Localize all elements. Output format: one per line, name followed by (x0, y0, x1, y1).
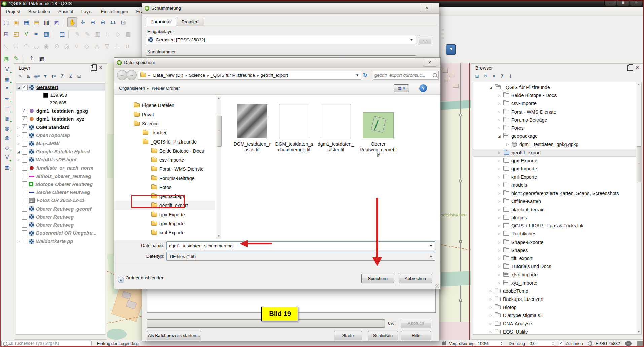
pan-to-selection-icon[interactable]: ✛ (78, 18, 87, 27)
new-vector-layer-icon[interactable]: V + (2, 65, 12, 74)
expander-icon[interactable] (497, 200, 501, 203)
close-panel-icon[interactable]: ✕ (635, 65, 640, 70)
add-virtual-layer-icon[interactable]: ▦ + (2, 162, 12, 172)
new-folder-button[interactable]: Neuer Ordner (152, 86, 180, 91)
layer-visibility-checkbox[interactable] (22, 116, 27, 122)
layer-item[interactable]: Oberer Reutweg (16, 221, 105, 229)
add-delimited-text-icon[interactable]: ❞ + (2, 84, 12, 94)
expander-icon[interactable] (489, 86, 493, 89)
browser-item[interactable]: Offline-Karten (473, 197, 636, 206)
expander-icon[interactable] (497, 118, 501, 122)
lock-scale-icon[interactable] (442, 342, 446, 345)
layer-item[interactable]: Oberer Reutweg_georef (16, 204, 105, 213)
crs-globe-icon[interactable] (588, 341, 593, 346)
folder-tree-item[interactable]: _kartier (114, 128, 215, 137)
render-checkbox[interactable] (559, 341, 564, 346)
layer-visibility-checkbox[interactable] (22, 181, 27, 187)
tab-protokoll[interactable]: Protokoll (177, 18, 204, 26)
close-dialog-icon[interactable]: ✕ (423, 59, 436, 67)
expander-icon[interactable] (497, 167, 501, 170)
layer-item[interactable]: dgm1_testdaten_gpkg (16, 107, 105, 115)
back-button[interactable]: ← (117, 70, 127, 80)
cancel-button[interactable]: Abbrechen (399, 274, 432, 283)
layout-manager-icon[interactable]: ▥ (42, 18, 51, 27)
expander-icon[interactable] (497, 192, 501, 195)
new-project-icon[interactable]: ▢ (1, 18, 11, 27)
layer-visibility-checkbox[interactable] (22, 198, 27, 203)
run-button[interactable]: Starte (334, 331, 362, 340)
select-features-icon[interactable]: ◫ (57, 29, 67, 39)
circle2-icon[interactable]: ⊙ (52, 41, 61, 51)
browser-item[interactable]: Tutorials und Docs (473, 262, 636, 271)
toolbar-separator[interactable] (68, 30, 71, 38)
add-wfs-icon[interactable]: ◇ + (2, 143, 12, 153)
expander-icon[interactable] (497, 134, 501, 138)
browser-item[interactable]: Backups, Lizenzen (473, 295, 636, 303)
new-geopackage-icon[interactable]: ✒ (32, 29, 41, 39)
expander-icon[interactable] (489, 322, 493, 325)
expander-icon[interactable] (16, 150, 21, 154)
views-button[interactable]: ▦ ▾ (394, 84, 409, 92)
pan-map-icon[interactable]: ✋ (67, 17, 77, 27)
float-panel-icon[interactable] (91, 65, 97, 71)
expander-icon[interactable] (497, 249, 501, 252)
browser-item[interactable]: gpx-Importe (473, 165, 636, 173)
browser-item[interactable]: nicht georeferenzierte Karten, Scans, Sc… (473, 189, 636, 197)
add-spatialite-icon[interactable]: ◫ + (2, 104, 12, 114)
scrollbar-thumb[interactable] (637, 146, 642, 182)
expander-icon[interactable] (497, 208, 501, 211)
save-project-icon[interactable]: ▦ (22, 18, 31, 27)
breadcrumb-item[interactable]: Science (188, 73, 210, 78)
spinner-icon[interactable]: ▲▼ (500, 341, 502, 345)
browser-item[interactable]: xlsx-Importe (473, 271, 636, 279)
help-contents-icon[interactable]: ? (446, 44, 456, 55)
close-button[interactable]: ✕ (630, 0, 642, 6)
layer-item[interactable]: fundliste_or_nach_norm (16, 164, 105, 172)
close-panel-icon[interactable]: ✕ (98, 65, 103, 70)
map-annotation-icon[interactable]: ✎ (11, 54, 21, 63)
collapse-all-icon[interactable]: ⊻ (68, 73, 74, 79)
expander-icon[interactable] (16, 142, 21, 145)
style-manager-icon[interactable]: ◩ (52, 18, 61, 27)
menu-item[interactable]: Layer (77, 8, 97, 15)
browser-item[interactable]: Shape-Exporte (473, 238, 636, 246)
rotation-value-input[interactable]: 0,0 ° ▲▼ (528, 341, 555, 346)
polygon-icon[interactable]: ◇ (82, 41, 92, 51)
resize-grip[interactable] (435, 284, 439, 288)
toolbar-separator[interactable] (63, 18, 66, 27)
layer-item[interactable]: OpenTopoMap (16, 131, 105, 139)
browser-item[interactable]: xyz_importe (473, 279, 636, 287)
layer-visibility-checkbox[interactable] (22, 173, 27, 179)
new-shapefile-icon[interactable]: V (22, 29, 31, 39)
folder-tree-item[interactable]: gpx-Importe (114, 219, 215, 228)
layer-visibility-checkbox[interactable] (22, 157, 27, 163)
breadcrumb-item[interactable]: _QGIS für Pilzfreunde (210, 73, 260, 78)
folder-tree-item[interactable]: gpx-Exporte (114, 210, 215, 219)
ellipse-icon[interactable]: ◎ (62, 41, 71, 51)
layer-item[interactable]: dgm1_testdaten_xyz (16, 115, 105, 123)
browser-item[interactable]: → QGIS + LIDAR - tipps & Tricks.lnk (473, 222, 636, 230)
import-photos-icon[interactable]: ↥ (27, 54, 36, 63)
layer-visibility-checkbox[interactable] (22, 132, 27, 138)
expander-icon[interactable] (489, 297, 493, 301)
browser-item[interactable]: geotiff_export (473, 149, 636, 157)
close-dialog-icon[interactable]: ✕ (420, 5, 433, 12)
expander-icon[interactable] (497, 273, 501, 276)
zoom-out-icon[interactable]: ⊖ (98, 18, 108, 27)
expander-icon[interactable] (497, 183, 501, 187)
browser-item[interactable]: models (473, 181, 636, 189)
expander-icon[interactable] (16, 158, 21, 161)
add-postgis-icon[interactable]: ◍ + (2, 114, 12, 123)
address-dropdown-icon[interactable]: ▼ (356, 73, 360, 77)
perpendicular-icon[interactable]: ⊥ (112, 41, 122, 51)
expander-icon[interactable] (497, 224, 501, 227)
current-edits-icon[interactable]: ✎ (73, 29, 82, 39)
file-item[interactable]: DGM_testdaten_r aster.tif (232, 104, 272, 153)
layer-visibility-checkbox[interactable] (22, 124, 27, 130)
save-edits-icon[interactable]: ▦ (93, 29, 102, 39)
expand-all-icon[interactable]: ⊼ (59, 73, 65, 79)
collapse-all-icon[interactable]: ⊼ (499, 73, 505, 79)
menu-item[interactable]: Ansicht (54, 8, 77, 15)
layer-item[interactable]: Maps4BW (16, 139, 105, 148)
filter-by-expression-icon[interactable]: ε▾ (51, 73, 57, 79)
